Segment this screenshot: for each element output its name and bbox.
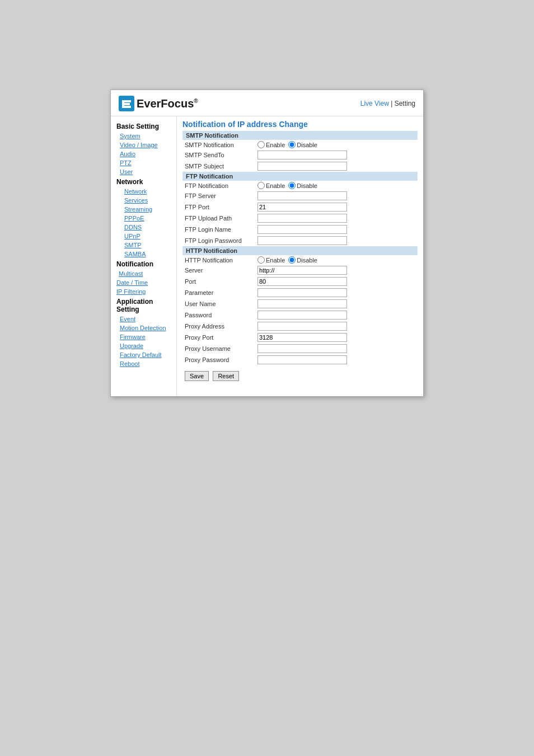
server-row: Server xyxy=(182,265,418,276)
ftp-server-value xyxy=(255,190,418,201)
smtp-section-header: SMTP Notification xyxy=(182,131,418,140)
ftp-login-name-input[interactable] xyxy=(257,225,347,234)
ftp-enable-label: Enable xyxy=(257,182,285,189)
username-value xyxy=(255,298,418,309)
sidebar-item-factory-default[interactable]: Factory Default xyxy=(111,350,176,359)
sidebar-item-video-image[interactable]: Video / Image xyxy=(111,140,176,149)
ftp-login-password-input[interactable] xyxy=(257,236,347,245)
sidebar-item-samba[interactable]: SAMBA xyxy=(116,250,176,259)
proxy-username-label: Proxy Username xyxy=(182,343,255,354)
sidebar-item-upnp[interactable]: UPnP xyxy=(116,232,176,241)
http-enable-radio[interactable] xyxy=(257,256,265,264)
basic-setting-title: Basic Setting xyxy=(111,121,176,132)
ftp-login-password-row: FTP Login Password xyxy=(182,235,418,246)
smtp-notification-label: SMTP Notification xyxy=(182,140,255,149)
ftp-upload-path-value xyxy=(255,213,418,224)
proxy-port-label: Proxy Port xyxy=(182,332,255,343)
server-input[interactable] xyxy=(257,266,347,275)
port-row: Port xyxy=(182,276,418,287)
everfocus-logo-icon xyxy=(119,96,134,111)
http-notification-row: HTTP Notification Enable Disable xyxy=(182,255,418,265)
parameter-input[interactable] xyxy=(257,288,347,297)
sidebar-item-streaming[interactable]: Streaming xyxy=(116,205,176,214)
ftp-section-header: FTP Notification xyxy=(182,172,418,181)
http-notification-value: Enable Disable xyxy=(255,255,418,265)
ftp-upload-path-input[interactable] xyxy=(257,214,347,223)
sidebar-item-upgrade[interactable]: Upgrade xyxy=(111,341,176,350)
ftp-upload-path-label: FTP Upload Path xyxy=(182,213,255,224)
smtp-disable-text: Disable xyxy=(297,142,317,148)
smtp-notification-row: SMTP Notification Enable Disable xyxy=(182,140,418,149)
proxy-password-row: Proxy Password xyxy=(182,354,418,365)
smtp-notification-radio-group: Enable Disable xyxy=(257,141,415,148)
content-area: Basic Setting System Video / Image Audio… xyxy=(111,116,423,396)
proxy-username-input[interactable] xyxy=(257,344,347,353)
http-disable-text: Disable xyxy=(297,257,317,264)
sidebar-item-ip-filtering[interactable]: IP Filtering xyxy=(111,287,176,296)
ftp-login-name-row: FTP Login Name xyxy=(182,224,418,235)
svg-rect-2 xyxy=(122,100,124,108)
notification-title: Notification xyxy=(111,259,176,269)
sidebar-item-datetime[interactable]: Date / Time xyxy=(111,278,176,287)
main-container: EverFocus® Live View | Setting Basic Set… xyxy=(110,90,424,397)
btn-row: Save Reset xyxy=(182,369,418,383)
smtp-disable-label: Disable xyxy=(288,141,317,148)
ftp-enable-text: Enable xyxy=(266,182,285,189)
sidebar-item-multicast[interactable]: Multicast xyxy=(111,269,176,278)
setting-label: Setting xyxy=(395,100,415,107)
proxy-port-row: Proxy Port xyxy=(182,332,418,343)
proxy-username-value xyxy=(255,343,418,354)
http-notification-label: HTTP Notification xyxy=(182,255,255,265)
sidebar-item-services[interactable]: Services xyxy=(116,196,176,205)
ftp-server-input[interactable] xyxy=(257,191,347,200)
smtp-sendto-value xyxy=(255,149,418,161)
smtp-sendto-input[interactable] xyxy=(257,151,347,159)
http-notification-radio-group: Enable Disable xyxy=(257,256,415,264)
ftp-disable-text: Disable xyxy=(297,182,317,189)
smtp-disable-radio[interactable] xyxy=(288,141,296,148)
smtp-subject-input[interactable] xyxy=(257,162,347,171)
proxy-port-input[interactable] xyxy=(257,333,347,342)
username-input[interactable] xyxy=(257,299,347,308)
header: EverFocus® Live View | Setting xyxy=(111,90,423,116)
live-view-link[interactable]: Live View xyxy=(360,100,389,107)
username-label: User Name xyxy=(182,298,255,309)
proxy-password-input[interactable] xyxy=(257,355,347,364)
sidebar-item-system[interactable]: System xyxy=(111,132,176,140)
proxy-address-input[interactable] xyxy=(257,322,347,331)
logo-text: EverFocus® xyxy=(137,97,198,110)
smtp-sendto-row: SMTP SendTo xyxy=(182,149,418,161)
sidebar-item-pppoe[interactable]: PPPoE xyxy=(116,214,176,223)
ftp-form-table: FTP Notification Enable Disable xyxy=(182,181,418,246)
ftp-port-input[interactable] xyxy=(257,203,347,212)
save-button[interactable]: Save xyxy=(185,371,209,381)
network-title: Network xyxy=(111,176,176,187)
sidebar-item-reboot[interactable]: Reboot xyxy=(111,359,176,368)
sidebar: Basic Setting System Video / Image Audio… xyxy=(111,116,177,396)
sidebar-item-firmware[interactable]: Firmware xyxy=(111,332,176,341)
smtp-notification-value: Enable Disable xyxy=(255,140,418,149)
sidebar-item-event[interactable]: Event xyxy=(111,314,176,323)
port-input[interactable] xyxy=(257,277,347,286)
ftp-enable-radio[interactable] xyxy=(257,182,265,189)
ftp-login-password-value xyxy=(255,235,418,246)
sidebar-item-ddns[interactable]: DDNS xyxy=(116,223,176,232)
sidebar-item-network[interactable]: Network xyxy=(116,187,176,196)
http-disable-radio[interactable] xyxy=(288,256,296,264)
sidebar-item-user[interactable]: User xyxy=(111,167,176,176)
sidebar-item-motion-detection[interactable]: Motion Detection xyxy=(111,323,176,332)
smtp-enable-text: Enable xyxy=(266,142,285,148)
reset-button[interactable]: Reset xyxy=(213,371,239,381)
sidebar-item-smtp[interactable]: SMTP xyxy=(116,241,176,250)
ftp-disable-radio[interactable] xyxy=(288,182,296,189)
password-label: Password xyxy=(182,309,255,321)
sidebar-item-audio[interactable]: Audio xyxy=(111,149,176,158)
username-row: User Name xyxy=(182,298,418,309)
ftp-notification-radio-group: Enable Disable xyxy=(257,182,415,189)
ftp-login-name-value xyxy=(255,224,418,235)
password-input[interactable] xyxy=(257,311,347,320)
smtp-enable-radio[interactable] xyxy=(257,141,265,148)
smtp-form-table: SMTP Notification Enable Disable xyxy=(182,140,418,172)
ftp-notification-label: FTP Notification xyxy=(182,181,255,190)
sidebar-item-ptz[interactable]: PTZ xyxy=(111,158,176,167)
